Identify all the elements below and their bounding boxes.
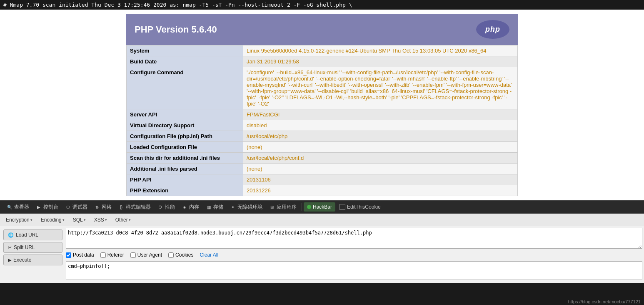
- other-menu-label: Other: [115, 217, 128, 223]
- console-icon: ▶: [36, 204, 42, 210]
- table-key: PHP Extension: [127, 185, 243, 196]
- table-value: FPM/FastCGI: [243, 109, 518, 120]
- cookies-checkbox[interactable]: [168, 252, 174, 258]
- table-key: Configuration File (php.ini) Path: [127, 131, 243, 142]
- devtool-item-memory[interactable]: ◈内存: [178, 202, 202, 212]
- table-value: Jan 31 2019 01:29:58: [243, 56, 518, 67]
- load-url-button[interactable]: 🌐 Load URL: [3, 229, 62, 240]
- table-value: 20131226: [243, 185, 518, 196]
- table-value: 20131106: [243, 174, 518, 185]
- memory-label: 内存: [189, 204, 199, 211]
- execute-button[interactable]: ▶ Execute: [3, 255, 62, 265]
- php-version-title: PHP Version 5.6.40: [135, 24, 217, 35]
- main-content: PHP Version 5.6.40 php SystemLinux 95e5b…: [0, 10, 644, 200]
- devtool-item-style-editor[interactable]: {}样式编辑器: [115, 202, 154, 212]
- encryption-menu-label: Encryption: [6, 217, 30, 223]
- status-bar: https://blog.csdn.net/mocbu/777121: [565, 298, 644, 305]
- cookies-checkbox-text: Cookies: [175, 252, 193, 258]
- xss-menu[interactable]: XSS▾: [92, 216, 110, 224]
- table-value: disabled: [243, 120, 518, 131]
- table-row: Configure Command'./configure' '--build=…: [127, 67, 518, 109]
- table-row: Configuration File (php.ini) Path/usr/lo…: [127, 131, 518, 142]
- referer-checkbox-label[interactable]: Referer: [100, 252, 124, 258]
- encryption-menu[interactable]: Encryption▾: [3, 216, 35, 224]
- devtools-bar: 🔍查看器▶控制台⬡调试器⇅网络{}样式编辑器⏱性能◈内存▦存储✦无障碍环境⊞应用…: [0, 200, 644, 214]
- clear-all-link[interactable]: Clear All: [200, 252, 218, 258]
- table-row: Virtual Directory Supportdisabled: [127, 120, 518, 131]
- encoding-menu-label: Encoding: [41, 217, 62, 223]
- table-value: './configure' '--build=x86_64-linux-musl…: [243, 67, 518, 109]
- hackbar-panel: Encryption▾Encoding▾SQL▾XSS▾Other▾ 🌐 Loa…: [0, 214, 644, 283]
- referer-checkbox[interactable]: [100, 252, 106, 258]
- hackbar-content: 🌐 Load URL ✂ Split URL ▶ Execute Post da…: [0, 226, 644, 283]
- sql-menu-arrow: ▾: [84, 218, 86, 222]
- split-url-button[interactable]: ✂ Split URL: [3, 242, 62, 253]
- devtool-item-application[interactable]: ⊞应用程序: [266, 202, 300, 212]
- accessibility-label: 无障碍环境: [237, 204, 262, 211]
- style-editor-icon: {}: [118, 204, 124, 210]
- table-value: (none): [243, 142, 518, 153]
- devtool-item-debugger[interactable]: ⬡调试器: [62, 202, 91, 212]
- table-key: Configure Command: [127, 67, 243, 109]
- hackbar-green-dot: [307, 205, 311, 209]
- checkbox-items: Post dataRefererUser AgentCookies: [66, 252, 193, 258]
- devtool-item-network[interactable]: ⇅网络: [91, 202, 115, 212]
- table-key: PHP API: [127, 174, 243, 185]
- other-menu[interactable]: Other▾: [113, 216, 133, 224]
- devtool-item-storage[interactable]: ▦存储: [202, 202, 227, 212]
- devtool-item-inspector[interactable]: 🔍查看器: [3, 202, 32, 212]
- php-header: PHP Version 5.6.40 php: [126, 14, 518, 45]
- php-logo: php: [476, 20, 509, 39]
- network-label: 网络: [102, 204, 112, 211]
- encoding-menu[interactable]: Encoding▾: [38, 216, 67, 224]
- performance-icon: ⏱: [157, 204, 163, 210]
- table-row: SystemLinux 95e5b60d00ed 4.15.0-122-gene…: [127, 45, 518, 56]
- style-editor-label: 样式编辑器: [126, 204, 151, 211]
- debugger-label: 调试器: [72, 204, 87, 211]
- hackbar-postdata: [66, 261, 642, 281]
- post-data-input[interactable]: [66, 261, 642, 280]
- cookies-checkbox-label[interactable]: Cookies: [168, 252, 193, 258]
- accessibility-icon: ✦: [230, 204, 236, 210]
- hackbar-buttons: 🌐 Load URL ✂ Split URL ▶ Execute: [2, 228, 64, 281]
- hackbar-url-area: Post dataRefererUser AgentCookies Clear …: [66, 228, 642, 281]
- user-agent-checkbox[interactable]: [130, 252, 136, 258]
- post-data-checkbox[interactable]: [66, 252, 71, 258]
- devtools-items: 🔍查看器▶控制台⬡调试器⇅网络{}样式编辑器⏱性能◈内存▦存储✦无障碍环境⊞应用…: [3, 202, 300, 212]
- devtools-separator: [302, 203, 302, 211]
- devtool-item-console[interactable]: ▶控制台: [32, 202, 62, 212]
- php-info-table: SystemLinux 95e5b60d00ed 4.15.0-122-gene…: [126, 45, 518, 196]
- memory-icon: ◈: [182, 204, 187, 210]
- editthiscookie-checkbox: [339, 204, 345, 210]
- table-value: /usr/local/etc/php/conf.d: [243, 153, 518, 164]
- php-container: PHP Version 5.6.40 php SystemLinux 95e5b…: [126, 14, 518, 196]
- nmap-command: # Nmap 7.70 scan initiated Thu Dec 3 17:…: [3, 2, 352, 8]
- table-value: (none): [243, 164, 518, 174]
- split-url-icon: ✂: [8, 245, 12, 250]
- post-data-checkbox-label[interactable]: Post data: [66, 252, 94, 258]
- inspector-icon: 🔍: [7, 204, 12, 210]
- table-row: Scan this dir for additional .ini files/…: [127, 153, 518, 164]
- network-icon: ⇅: [94, 204, 100, 210]
- storage-label: 存储: [213, 204, 223, 211]
- devtool-item-accessibility[interactable]: ✦无障碍环境: [227, 202, 266, 212]
- load-url-icon: 🌐: [8, 232, 14, 238]
- sql-menu[interactable]: SQL▾: [70, 216, 88, 224]
- hackbar-tab[interactable]: HackBar: [304, 202, 335, 212]
- table-key: Loaded Configuration File: [127, 142, 243, 153]
- encryption-menu-arrow: ▾: [30, 218, 32, 222]
- editthiscookie-tab[interactable]: EditThisCookie: [336, 202, 384, 212]
- table-row: Loaded Configuration File(none): [127, 142, 518, 153]
- hackbar-menu-row: Encryption▾Encoding▾SQL▾XSS▾Other▾: [0, 214, 644, 226]
- table-row: Server APIFPM/FastCGI: [127, 109, 518, 120]
- storage-icon: ▦: [206, 204, 212, 210]
- user-agent-checkbox-label[interactable]: User Agent: [130, 252, 162, 258]
- console-label: 控制台: [43, 204, 58, 211]
- table-row: PHP API20131106: [127, 174, 518, 185]
- xss-menu-arrow: ▾: [105, 218, 107, 222]
- devtool-item-performance[interactable]: ⏱性能: [154, 202, 178, 212]
- encoding-menu-arrow: ▾: [62, 218, 65, 222]
- url-input[interactable]: [66, 228, 642, 249]
- table-key: Additional .ini files parsed: [127, 164, 243, 174]
- application-icon: ⊞: [269, 204, 275, 210]
